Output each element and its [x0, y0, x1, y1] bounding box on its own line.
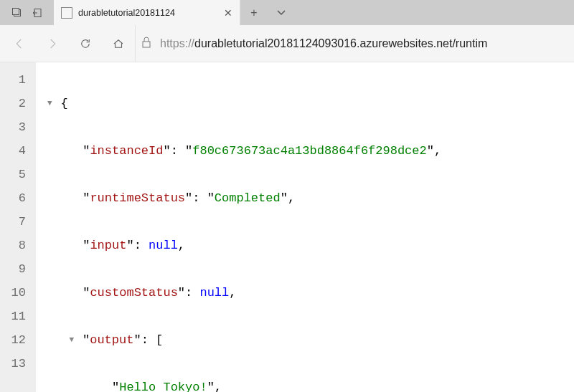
collapse-icon[interactable]: ▼	[46, 92, 53, 115]
line-number: 4	[0, 139, 26, 163]
line-number: 5	[0, 163, 26, 186]
line-number: 13	[0, 352, 26, 376]
line-number: 12	[0, 328, 26, 352]
close-tab-icon[interactable]: ✕	[221, 7, 235, 19]
browser-tab[interactable]: durabletutorial20181124 ✕	[54, 0, 240, 25]
refresh-button[interactable]	[69, 29, 102, 58]
home-button[interactable]	[102, 29, 135, 58]
address-bar[interactable]: https://durabletutorial20181124093016.az…	[135, 25, 571, 62]
favicon-placeholder-icon	[61, 7, 72, 19]
line-number: 8	[0, 234, 26, 257]
url-text: https://durabletutorial20181124093016.az…	[160, 37, 487, 50]
set-aside-icon[interactable]	[32, 8, 42, 18]
json-value: null	[149, 239, 178, 252]
line-gutter: 1 2 3 4 5 6 7 8 9 10 11 12 13	[0, 62, 36, 392]
forward-button[interactable]	[36, 29, 69, 58]
url-host-path: durabletutorial20181124093016.azurewebsi…	[194, 37, 487, 49]
json-viewer: 1 2 3 4 5 6 7 8 9 10 11 12 13 ▼ { "insta…	[0, 62, 574, 392]
json-key: input	[90, 239, 126, 252]
collapse-icon[interactable]: ▼	[68, 328, 75, 352]
line-number: 6	[0, 186, 26, 210]
json-value: Hello Tokyo!	[119, 381, 207, 392]
navbar: https://durabletutorial20181124093016.az…	[0, 25, 574, 62]
tab-title: durabletutorial20181124	[78, 8, 215, 18]
json-key: output	[90, 333, 133, 347]
json-value: Completed	[215, 191, 281, 205]
line-number: 9	[0, 257, 26, 281]
json-content[interactable]: ▼ { "instanceId": "f80c673673ac4a13bd886…	[36, 62, 574, 392]
json-key: instanceId	[90, 144, 163, 158]
titlebar: durabletutorial20181124 ✕ +	[0, 0, 574, 25]
line-number: 2	[0, 92, 26, 115]
line-number: 7	[0, 210, 26, 234]
tabs-aside-icon[interactable]	[12, 8, 22, 18]
json-key: customStatus	[90, 286, 177, 300]
line-number: 10	[0, 281, 26, 305]
new-tab-button[interactable]: +	[240, 0, 268, 25]
lock-icon	[141, 37, 153, 50]
line-number: 3	[0, 115, 26, 139]
json-value: f80c673673ac4a13bd8864f6f298dce2	[192, 144, 426, 158]
line-number: 11	[0, 305, 26, 328]
tab-menu-button[interactable]	[268, 0, 295, 25]
back-button[interactable]	[3, 29, 36, 58]
url-scheme: https://	[160, 37, 194, 49]
window-controls	[0, 0, 54, 25]
json-key: runtimeStatus	[90, 191, 185, 205]
json-value: null	[199, 286, 229, 300]
svg-rect-1	[12, 8, 19, 14]
svg-rect-3	[143, 42, 150, 47]
line-number: 1	[0, 68, 26, 92]
